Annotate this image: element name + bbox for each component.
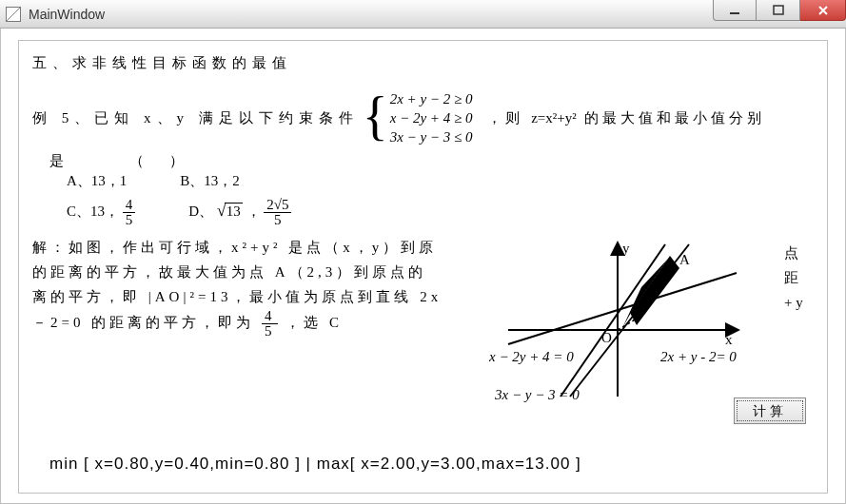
constraint-2: x − 2y + 4 ≥ 0: [390, 108, 473, 127]
point-a-label: A: [679, 252, 690, 268]
x-axis-label: x: [725, 332, 733, 348]
origin-label: O: [601, 330, 612, 346]
minimize-button[interactable]: [713, 0, 757, 21]
constraint-system: { 2x + y − 2 ≥ 0 x − 2y + 4 ≥ 0 3x − y −…: [363, 89, 473, 146]
is-line: 是 （ ）: [49, 152, 814, 170]
content-frame: 五、求非线性目标函数的最值 例 5、已知 x、y 满足以下约束条件 { 2x +…: [18, 40, 828, 494]
feasible-region-figure: y x O A x − 2y + 4 = 0 2x + y - 2= 0 3x …: [489, 235, 775, 406]
solution-area: 解：如图，作出可行域，x²+y² 是点（x，y）到原 的距离的平方，故最大值为点…: [32, 235, 814, 406]
constraint-1: 2x + y − 2 ≥ 0: [390, 89, 473, 108]
option-d: D、 √13 ， 2√5 5: [188, 198, 291, 227]
svg-rect-1: [774, 6, 783, 14]
svg-rect-0: [730, 12, 739, 14]
y-axis-label: y: [622, 241, 630, 257]
left-brace-icon: {: [363, 89, 388, 143]
overflow-2: 距: [784, 265, 813, 290]
solution-l2: 的距离的平方，故最大值为点 A（2,3）到原点的: [32, 260, 480, 284]
options-row-1: A、13，1 B、13，2: [67, 172, 814, 190]
option-c: C、13， 4 5: [67, 198, 135, 227]
constraint-3: 3x − y − 3 ≤ 0: [390, 127, 473, 146]
svg-marker-8: [630, 256, 679, 325]
figure-svg: [489, 235, 775, 406]
overflow-column: 点 距 + y: [784, 235, 813, 406]
option-b: B、13，2: [180, 172, 240, 190]
line2-label: 2x + y - 2= 0: [660, 349, 737, 365]
solution-l4: －2=0 的距离的平方，即为 4 5 ，选 C: [32, 309, 480, 339]
window-controls: [713, 0, 846, 21]
overflow-3: + y: [784, 290, 813, 315]
answers-block: 是 （ ） A、13，1 B、13，2 C、13， 4 5 D、 √13 ，: [32, 152, 814, 227]
close-button[interactable]: [800, 0, 846, 21]
options-row-2: C、13， 4 5 D、 √13 ， 2√5 5: [67, 198, 814, 227]
solution-text: 解：如图，作出可行域，x²+y² 是点（x，y）到原 的距离的平方，故最大值为点…: [32, 235, 480, 406]
svg-line-4: [508, 273, 737, 344]
client-area: 五、求非线性目标函数的最值 例 5、已知 x、y 满足以下约束条件 { 2x +…: [0, 29, 846, 504]
titlebar[interactable]: MainWindow: [0, 0, 846, 29]
svg-line-5: [561, 244, 665, 397]
problem-lead: 例 5、已知 x、y 满足以下约束条件: [32, 109, 359, 127]
compute-button[interactable]: 计算: [734, 397, 806, 424]
problem-tail: ，则 z=x²+y² 的最大值和最小值分别: [487, 109, 764, 127]
solution-l1: 解：如图，作出可行域，x²+y² 是点（x，y）到原: [32, 235, 480, 260]
maximize-button[interactable]: [757, 0, 800, 21]
result-line: min [ x=0.80,y=0.40,min=0.80 ] | max[ x=…: [49, 455, 581, 474]
line3-label: 3x − y − 3 = 0: [495, 387, 580, 403]
option-a: A、13，1: [67, 172, 127, 190]
solution-l3: 离的平方，即 |AO|²=13，最小值为原点到直线 2x: [32, 284, 480, 309]
app-icon: [6, 7, 21, 22]
overflow-1: 点: [784, 241, 813, 265]
problem-row: 例 5、已知 x、y 满足以下约束条件 { 2x + y − 2 ≥ 0 x −…: [32, 89, 814, 146]
section-title: 五、求非线性目标函数的最值: [32, 54, 814, 72]
window-title: MainWindow: [29, 7, 105, 22]
line1-label: x − 2y + 4 = 0: [489, 349, 574, 365]
